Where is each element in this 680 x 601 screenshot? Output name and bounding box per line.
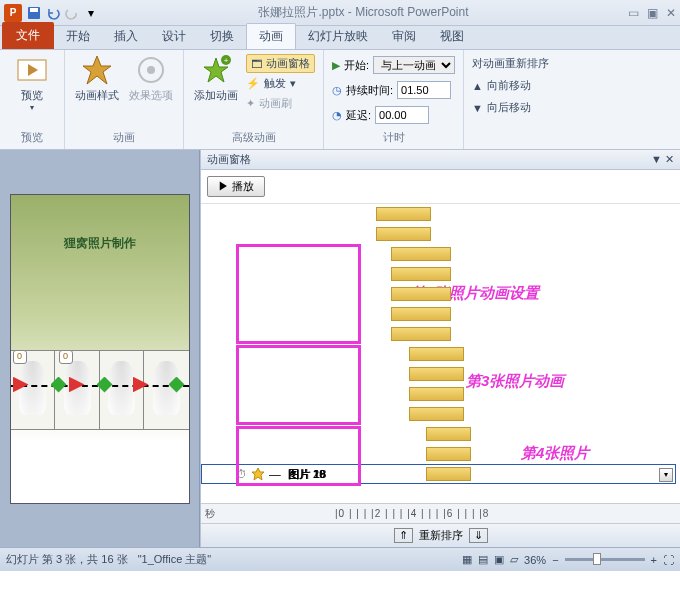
delay-icon: ◔ xyxy=(332,109,342,122)
pane-title: 动画窗格 xyxy=(207,152,251,167)
timeline-bar[interactable] xyxy=(376,227,431,241)
qat-dropdown-icon[interactable]: ▾ xyxy=(83,5,99,21)
duration-icon: ◷ xyxy=(332,84,342,97)
tab-transitions[interactable]: 切换 xyxy=(198,24,246,49)
animation-list[interactable]: —图片 20—图片 19⏱—图片 19—图片 17—图片 18—图片 21⏱—图… xyxy=(201,204,680,503)
zoom-out-icon[interactable]: − xyxy=(552,554,558,566)
timeline-bar[interactable] xyxy=(391,247,451,261)
zoom-thumb[interactable] xyxy=(593,553,601,565)
play-icon: ▶ xyxy=(332,59,340,72)
dash-icon: — xyxy=(269,468,280,480)
timeline-bar[interactable] xyxy=(391,287,451,301)
slide-counter: 幻灯片 第 3 张，共 16 张 xyxy=(6,552,128,567)
animation-pane: 动画窗格 ▼ ✕ ▶ 播放 —图片 20—图片 19⏱—图片 19—图片 17—… xyxy=(200,150,680,547)
photo-row xyxy=(11,350,189,430)
timeline-bar[interactable] xyxy=(391,267,451,281)
move-earlier-button[interactable]: ▲向前移动 xyxy=(472,76,549,95)
ruler-ticks: |0 | | | |2 | | | |4 | | | |6 | | | |8 xyxy=(335,508,489,519)
add-animation-button[interactable]: + 添加动画 xyxy=(192,54,240,103)
tab-design[interactable]: 设计 xyxy=(150,24,198,49)
redo-icon[interactable] xyxy=(64,5,80,21)
timeline-bar[interactable] xyxy=(391,307,451,321)
annotation-text: 第4张照片 xyxy=(521,444,589,463)
effect-options-button[interactable]: 效果选项 xyxy=(127,54,175,103)
view-slideshow-icon[interactable]: ▱ xyxy=(510,553,518,566)
ribbon-group-reorder: 对动画重新排序 ▲向前移动 ▼向后移动 xyxy=(464,50,557,149)
start-label: 开始: xyxy=(344,58,369,73)
animation-styles-icon xyxy=(81,54,113,86)
quick-access-toolbar: ▾ xyxy=(26,5,99,21)
up-arrow-icon: ▲ xyxy=(472,80,483,92)
add-animation-icon: + xyxy=(200,54,232,86)
pane-close-icon[interactable]: ▼ ✕ xyxy=(651,153,674,166)
delay-input[interactable] xyxy=(375,106,429,124)
ribbon-group-preview: 预览▾ 预览 xyxy=(0,50,65,149)
annotation-text: 第3张照片动画 xyxy=(466,372,564,391)
trigger-button[interactable]: ⚡触发 ▾ xyxy=(246,74,315,93)
fit-window-icon[interactable]: ⛶ xyxy=(663,554,674,566)
duration-input[interactable] xyxy=(397,81,451,99)
timeline-bar[interactable] xyxy=(409,367,464,381)
preview-icon xyxy=(16,54,48,86)
annotation-box xyxy=(236,244,361,344)
tab-home[interactable]: 开始 xyxy=(54,24,102,49)
view-sorter-icon[interactable]: ▤ xyxy=(478,553,488,566)
content-area: 狸窝照片制作 0 0 动画窗格 ▼ ✕ ▶ 播放 —图片 xyxy=(0,150,680,547)
timeline-bar[interactable] xyxy=(426,447,471,461)
pane-header: 动画窗格 ▼ ✕ xyxy=(201,150,680,170)
close-icon[interactable]: ✕ xyxy=(666,6,676,20)
painter-icon: ✦ xyxy=(246,97,255,110)
reorder-up-icon[interactable]: ⇑ xyxy=(394,528,413,543)
app-icon: P xyxy=(4,4,22,22)
effect-options-icon xyxy=(135,54,167,86)
zoom-in-icon[interactable]: + xyxy=(651,554,657,566)
group-label-timing: 计时 xyxy=(383,130,405,145)
view-normal-icon[interactable]: ▦ xyxy=(462,553,472,566)
view-reading-icon[interactable]: ▣ xyxy=(494,553,504,566)
maximize-icon[interactable]: ▣ xyxy=(647,6,658,20)
lightning-icon: ⚡ xyxy=(246,77,260,90)
zoom-slider[interactable] xyxy=(565,558,645,561)
reorder-down-icon[interactable]: ⇓ xyxy=(469,528,488,543)
tab-view[interactable]: 视图 xyxy=(428,24,476,49)
pane-icon: 🗔 xyxy=(251,58,262,70)
ribbon: 预览▾ 预览 动画样式 效果选项 动画 + 添加动画 🗔动画窗格 ⚡触发 ▾ xyxy=(0,50,680,150)
pane-timeline-ruler[interactable]: 秒 |0 | | | |2 | | | |4 | | | |6 | | | |8 xyxy=(201,503,680,523)
slide-title-text: 狸窝照片制作 xyxy=(11,235,189,252)
anim-order-badge: 0 xyxy=(59,350,73,364)
animation-painter-button[interactable]: ✦动画刷 xyxy=(246,94,315,113)
tab-animations[interactable]: 动画 xyxy=(246,23,296,49)
ribbon-group-animation: 动画样式 效果选项 动画 xyxy=(65,50,184,149)
group-label-advanced: 高级动画 xyxy=(232,130,276,145)
timeline-bar[interactable] xyxy=(409,407,464,421)
item-name: 图片 19 xyxy=(288,467,325,482)
preview-button[interactable]: 预览▾ xyxy=(8,54,56,112)
timeline-bar[interactable] xyxy=(426,427,471,441)
ribbon-group-timing: ▶开始:与上一动画... ◷持续时间: ◔延迟: 计时 xyxy=(324,50,464,149)
reorder-label: 重新排序 xyxy=(419,528,463,543)
window-controls: ▭ ▣ ✕ xyxy=(628,6,676,20)
tab-insert[interactable]: 插入 xyxy=(102,24,150,49)
slide-canvas[interactable]: 狸窝照片制作 0 0 xyxy=(0,150,200,547)
timeline-bar[interactable] xyxy=(391,327,451,341)
save-icon[interactable] xyxy=(26,5,42,21)
play-button[interactable]: ▶ 播放 xyxy=(207,176,265,197)
timeline-bar[interactable] xyxy=(426,467,471,481)
timeline-bar[interactable] xyxy=(376,207,431,221)
start-select[interactable]: 与上一动画... xyxy=(373,56,455,74)
duration-label: 持续时间: xyxy=(346,83,393,98)
zoom-value[interactable]: 36% xyxy=(524,554,546,566)
tab-review[interactable]: 审阅 xyxy=(380,24,428,49)
tab-slideshow[interactable]: 幻灯片放映 xyxy=(296,24,380,49)
undo-icon[interactable] xyxy=(45,5,61,21)
move-later-button[interactable]: ▼向后移动 xyxy=(472,98,549,117)
animation-pane-button[interactable]: 🗔动画窗格 xyxy=(246,54,315,73)
timeline-bar[interactable] xyxy=(409,347,464,361)
animation-styles-button[interactable]: 动画样式 xyxy=(73,54,121,103)
group-label-animation: 动画 xyxy=(113,130,135,145)
tab-file[interactable]: 文件 xyxy=(2,22,54,49)
seconds-label: 秒 xyxy=(205,507,215,521)
timeline-bar[interactable] xyxy=(409,387,464,401)
theme-name: "1_Office 主题" xyxy=(138,552,212,567)
minimize-icon[interactable]: ▭ xyxy=(628,6,639,20)
